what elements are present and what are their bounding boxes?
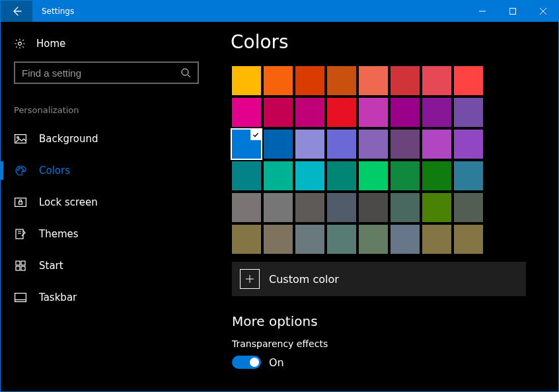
arrow-left-icon	[11, 6, 22, 17]
sidebar-item-themes[interactable]: Themes	[1, 218, 199, 250]
accent-color-swatch[interactable]	[232, 225, 261, 254]
accent-color-swatch[interactable]	[359, 225, 388, 254]
sidebar-item-label: Themes	[39, 228, 79, 240]
sidebar-item-label: Lock screen	[39, 196, 98, 208]
accent-color-swatch[interactable]	[327, 98, 356, 127]
accent-color-swatch[interactable]	[454, 130, 483, 159]
sidebar-item-label: Start	[39, 260, 63, 272]
accent-color-swatch[interactable]	[422, 225, 451, 254]
accent-color-swatch[interactable]	[264, 193, 293, 222]
accent-color-swatch[interactable]	[422, 193, 451, 222]
accent-color-swatch[interactable]	[359, 161, 388, 190]
sidebar-item-lock-screen[interactable]: Lock screen	[1, 186, 199, 218]
svg-point-7	[18, 169, 19, 171]
titlebar: Settings	[1, 1, 558, 22]
back-button[interactable]	[1, 1, 32, 22]
sidebar-item-background[interactable]: Background	[1, 123, 199, 155]
accent-color-swatch[interactable]	[454, 66, 483, 95]
transparency-toggle[interactable]	[232, 356, 261, 369]
accent-color-swatch[interactable]	[391, 225, 420, 254]
sidebar-item-label: Taskbar	[39, 292, 77, 303]
search-input[interactable]	[22, 67, 180, 79]
svg-point-2	[19, 42, 22, 46]
accent-color-swatch[interactable]	[327, 66, 356, 95]
accent-color-swatch[interactable]	[327, 130, 356, 159]
accent-color-swatch[interactable]	[295, 66, 324, 95]
svg-point-8	[19, 167, 20, 169]
nav-list: BackgroundColorsLock screenThemesStartTa…	[1, 123, 199, 313]
image-icon	[14, 134, 27, 143]
accent-color-swatch[interactable]	[359, 98, 388, 127]
transparency-value: On	[269, 356, 284, 369]
accent-color-swatch[interactable]	[391, 98, 420, 127]
svg-point-6	[17, 137, 19, 139]
accent-color-swatch[interactable]	[327, 193, 356, 222]
minimize-button[interactable]	[467, 1, 498, 22]
home-nav[interactable]: Home	[14, 38, 199, 50]
accent-color-swatch[interactable]	[232, 193, 261, 222]
more-options-heading: More options	[232, 313, 539, 329]
accent-color-swatch[interactable]	[359, 66, 388, 95]
accent-color-swatch[interactable]	[232, 130, 261, 159]
svg-rect-12	[19, 202, 22, 204]
accent-color-swatch[interactable]	[264, 66, 293, 95]
accent-color-swatch[interactable]	[391, 66, 420, 95]
accent-color-swatch[interactable]	[422, 161, 451, 190]
accent-color-swatch[interactable]	[264, 130, 293, 159]
accent-color-swatch[interactable]	[232, 66, 261, 95]
accent-color-swatch[interactable]	[295, 193, 324, 222]
svg-rect-15	[21, 261, 25, 265]
accent-color-swatch[interactable]	[264, 161, 293, 190]
accent-color-swatch[interactable]	[454, 225, 483, 254]
svg-rect-17	[21, 266, 25, 270]
plus-icon	[240, 269, 260, 289]
sidebar: Home Personalization BackgroundColorsLoc…	[1, 22, 212, 391]
checkmark-icon	[250, 130, 261, 140]
sidebar-item-colors[interactable]: Colors	[1, 155, 199, 186]
transparency-label: Transparency effects	[232, 338, 539, 349]
svg-point-10	[22, 169, 24, 171]
svg-rect-18	[15, 294, 26, 302]
color-swatch-grid	[232, 66, 539, 254]
sidebar-item-label: Background	[39, 133, 98, 145]
search-box[interactable]	[14, 61, 199, 84]
accent-color-swatch[interactable]	[391, 161, 420, 190]
maximize-button[interactable]	[498, 1, 528, 22]
svg-point-3	[182, 69, 188, 75]
accent-color-swatch[interactable]	[454, 98, 483, 127]
page-title: Colors	[231, 31, 539, 53]
accent-color-swatch[interactable]	[327, 161, 356, 190]
accent-color-swatch[interactable]	[327, 225, 356, 254]
sidebar-item-taskbar[interactable]: Taskbar	[1, 282, 199, 313]
accent-color-swatch[interactable]	[454, 193, 483, 222]
accent-color-swatch[interactable]	[422, 130, 451, 159]
close-button[interactable]	[528, 1, 558, 22]
close-icon	[540, 8, 546, 15]
accent-color-swatch[interactable]	[295, 161, 324, 190]
themes-icon	[14, 228, 27, 240]
accent-color-swatch[interactable]	[232, 98, 261, 127]
accent-color-swatch[interactable]	[295, 130, 324, 159]
accent-color-swatch[interactable]	[422, 98, 451, 127]
accent-color-swatch[interactable]	[295, 98, 324, 127]
svg-rect-16	[16, 266, 20, 270]
minimize-icon	[479, 8, 486, 15]
accent-color-swatch[interactable]	[295, 225, 324, 254]
accent-color-swatch[interactable]	[264, 98, 293, 127]
accent-color-swatch[interactable]	[391, 193, 420, 222]
svg-line-4	[188, 75, 190, 77]
custom-color-button[interactable]: Custom color	[232, 262, 526, 296]
custom-color-label: Custom color	[269, 273, 339, 286]
sidebar-item-start[interactable]: Start	[1, 250, 199, 282]
accent-color-swatch[interactable]	[359, 193, 388, 222]
accent-color-swatch[interactable]	[422, 66, 451, 95]
lock-screen-icon	[14, 198, 27, 207]
accent-color-swatch[interactable]	[359, 130, 388, 159]
svg-rect-14	[16, 261, 20, 265]
accent-color-swatch[interactable]	[232, 161, 261, 190]
palette-icon	[14, 165, 27, 176]
accent-color-swatch[interactable]	[264, 225, 293, 254]
accent-color-swatch[interactable]	[454, 161, 483, 190]
accent-color-swatch[interactable]	[391, 130, 420, 159]
start-icon	[14, 260, 27, 271]
